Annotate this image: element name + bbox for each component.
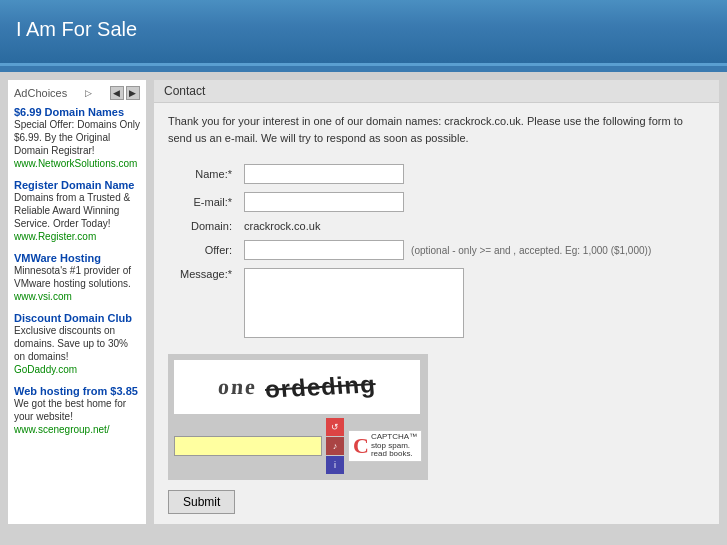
offer-label: Offer: (168, 236, 238, 264)
domain-label: Domain: (168, 216, 238, 236)
captcha-image: one ordeding (174, 360, 420, 414)
offer-hint: (optional - only >= and , accepted. Eg: … (411, 245, 651, 256)
ad-url: www.NetworkSolutions.com (14, 158, 137, 169)
email-row: E-mail:* (168, 188, 705, 216)
captcha-logo: C CAPTCHA™stop spam.read books. (348, 430, 422, 462)
email-input[interactable] (244, 192, 404, 212)
ad-link[interactable]: Discount Domain Club (14, 312, 132, 324)
adchoices-header: AdChoices ▷ ◀ ▶ (14, 86, 140, 100)
offer-input[interactable] (244, 240, 404, 260)
ad-description: We got the best home for your website! (14, 397, 140, 423)
ad-url: GoDaddy.com (14, 364, 77, 375)
captcha-brand-text: CAPTCHA™stop spam.read books. (371, 433, 417, 459)
domain-row: Domain: crackrock.co.uk (168, 216, 705, 236)
ad-link[interactable]: Register Domain Name (14, 179, 134, 191)
list-item: Register Domain Name Domains from a Trus… (14, 179, 140, 242)
ad-url: www.vsi.com (14, 291, 72, 302)
list-item: $6.99 Domain Names Special Offer: Domain… (14, 106, 140, 169)
message-label: Message:* (168, 264, 238, 344)
ad-description: Minnesota's #1 provider of VMware hostin… (14, 264, 140, 290)
list-item: Discount Domain Club Exclusive discounts… (14, 312, 140, 375)
captcha-input[interactable] (174, 436, 322, 456)
captcha-info-button[interactable]: i (326, 456, 344, 474)
header: I Am For Sale (0, 0, 727, 66)
ad-prev-button[interactable]: ◀ (110, 86, 124, 100)
captcha-word1: one (217, 374, 258, 400)
ad-url: www.scenegroup.net/ (14, 424, 110, 435)
ad-description: Special Offer: Domains Only $6.99. By th… (14, 118, 140, 157)
captcha-word2: ordeding (264, 370, 377, 404)
ad-link[interactable]: Web hosting from $3.85 (14, 385, 138, 397)
list-item: Web hosting from $3.85 We got the best h… (14, 385, 140, 435)
ad-nav: ◀ ▶ (110, 86, 140, 100)
captcha-refresh-button[interactable]: ↺ (326, 418, 344, 436)
ad-link[interactable]: VMWare Hosting (14, 252, 101, 264)
captcha-container: one ordeding ↺ ♪ i C CAPTCHA™stop spam.r… (168, 354, 428, 480)
intro-text: Thank you for your interest in one of ou… (168, 113, 705, 146)
adchoices-label: AdChoices (14, 87, 67, 99)
name-input[interactable] (244, 164, 404, 184)
page-title: I Am For Sale (16, 18, 711, 41)
offer-row: Offer: (optional - only >= and , accepte… (168, 236, 705, 264)
ad-description: Exclusive discounts on domains. Save up … (14, 324, 140, 363)
email-label: E-mail:* (168, 188, 238, 216)
content-body: Thank you for your interest in one of ou… (154, 103, 719, 524)
name-row: Name:* (168, 160, 705, 188)
message-row: Message:* (168, 264, 705, 344)
captcha-input-row: ↺ ♪ i C CAPTCHA™stop spam.read books. (174, 418, 422, 474)
ad-next-button[interactable]: ▶ (126, 86, 140, 100)
sidebar: AdChoices ▷ ◀ ▶ $6.99 Domain Names Speci… (8, 80, 146, 524)
captcha-c-logo: C (353, 433, 369, 459)
captcha-controls: ↺ ♪ i (326, 418, 344, 474)
contact-form: Name:* E-mail:* Domain: crackrock.co.uk (168, 160, 705, 344)
list-item: VMWare Hosting Minnesota's #1 provider o… (14, 252, 140, 302)
ad-description: Domains from a Trusted & Reliable Award … (14, 191, 140, 230)
ad-url: www.Register.com (14, 231, 96, 242)
captcha-audio-button[interactable]: ♪ (326, 437, 344, 455)
section-title: Contact (154, 80, 719, 103)
adchoices-icon: ▷ (85, 88, 92, 98)
main-layout: AdChoices ▷ ◀ ▶ $6.99 Domain Names Speci… (0, 72, 727, 532)
content-panel: Contact Thank you for your interest in o… (154, 80, 719, 524)
submit-row: Submit (168, 480, 705, 514)
name-label: Name:* (168, 160, 238, 188)
message-input[interactable] (244, 268, 464, 338)
domain-value: crackrock.co.uk (244, 220, 320, 232)
submit-button[interactable]: Submit (168, 490, 235, 514)
ad-link[interactable]: $6.99 Domain Names (14, 106, 124, 118)
